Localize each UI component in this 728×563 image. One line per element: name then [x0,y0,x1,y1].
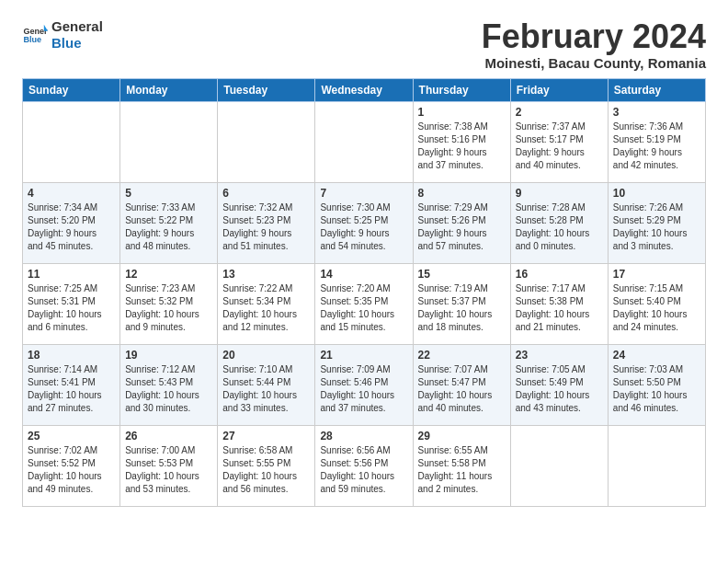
calendar-cell: 13Sunrise: 7:22 AM Sunset: 5:34 PM Dayli… [218,263,315,344]
calendar-cell: 4Sunrise: 7:34 AM Sunset: 5:20 PM Daylig… [23,182,120,263]
weekday-header-friday: Friday [510,78,608,101]
day-number: 27 [222,430,310,442]
day-number: 23 [516,349,603,362]
cell-text: Sunrise: 7:33 AM Sunset: 5:22 PM Dayligh… [125,201,212,253]
cell-text: Sunrise: 7:38 AM Sunset: 5:16 PM Dayligh… [418,121,506,172]
calendar-cell: 21Sunrise: 7:09 AM Sunset: 5:46 PM Dayli… [315,344,413,425]
day-number: 19 [125,349,212,362]
day-number: 1 [418,106,506,119]
calendar-cell: 9Sunrise: 7:28 AM Sunset: 5:28 PM Daylig… [510,182,608,263]
calendar-cell: 29Sunrise: 6:55 AM Sunset: 5:58 PM Dayli… [413,425,510,506]
cell-text: Sunrise: 7:28 AM Sunset: 5:28 PM Dayligh… [516,201,603,253]
cell-text: Sunrise: 6:56 AM Sunset: 5:56 PM Dayligh… [320,444,407,496]
calendar-subtitle: Moinesti, Bacau County, Romania [482,55,706,71]
calendar-cell: 27Sunrise: 6:58 AM Sunset: 5:55 PM Dayli… [218,425,315,506]
cell-text: Sunrise: 7:30 AM Sunset: 5:25 PM Dayligh… [320,201,407,253]
cell-text: Sunrise: 7:19 AM Sunset: 5:37 PM Dayligh… [418,282,506,334]
calendar-cell: 14Sunrise: 7:20 AM Sunset: 5:35 PM Dayli… [315,263,413,344]
calendar-cell: 15Sunrise: 7:19 AM Sunset: 5:37 PM Dayli… [413,263,510,344]
calendar-table: SundayMondayTuesdayWednesdayThursdayFrid… [22,78,706,507]
weekday-header-tuesday: Tuesday [218,78,315,101]
week-row-3: 11Sunrise: 7:25 AM Sunset: 5:31 PM Dayli… [23,263,706,344]
title-area: February 2024 Moinesti, Bacau County, Ro… [482,18,706,71]
day-number: 7 [320,187,407,200]
calendar-cell: 26Sunrise: 7:00 AM Sunset: 5:53 PM Dayli… [120,425,218,506]
day-number: 28 [320,430,407,442]
cell-text: Sunrise: 7:26 AM Sunset: 5:29 PM Dayligh… [613,201,700,253]
day-number: 11 [28,268,115,281]
calendar-cell: 6Sunrise: 7:32 AM Sunset: 5:23 PM Daylig… [218,182,315,263]
calendar-cell: 19Sunrise: 7:12 AM Sunset: 5:43 PM Dayli… [120,344,218,425]
calendar-cell: 7Sunrise: 7:30 AM Sunset: 5:25 PM Daylig… [315,182,413,263]
logo-general-text: General [51,18,103,35]
cell-text: Sunrise: 7:09 AM Sunset: 5:46 PM Dayligh… [320,363,407,415]
day-number: 6 [222,187,310,200]
cell-text: Sunrise: 6:58 AM Sunset: 5:55 PM Dayligh… [222,444,310,496]
calendar-cell: 23Sunrise: 7:05 AM Sunset: 5:49 PM Dayli… [510,344,608,425]
weekday-header-row: SundayMondayTuesdayWednesdayThursdayFrid… [23,78,706,101]
calendar-cell: 17Sunrise: 7:15 AM Sunset: 5:40 PM Dayli… [608,263,705,344]
calendar-cell [120,101,218,182]
cell-text: Sunrise: 7:34 AM Sunset: 5:20 PM Dayligh… [28,201,115,253]
cell-text: Sunrise: 7:23 AM Sunset: 5:32 PM Dayligh… [125,282,212,334]
cell-text: Sunrise: 7:07 AM Sunset: 5:47 PM Dayligh… [418,363,506,415]
calendar-cell: 22Sunrise: 7:07 AM Sunset: 5:47 PM Dayli… [413,344,510,425]
calendar-cell: 11Sunrise: 7:25 AM Sunset: 5:31 PM Dayli… [23,263,120,344]
cell-text: Sunrise: 7:36 AM Sunset: 5:19 PM Dayligh… [613,121,700,172]
calendar-cell [510,425,608,506]
calendar-cell: 16Sunrise: 7:17 AM Sunset: 5:38 PM Dayli… [510,263,608,344]
day-number: 17 [613,268,700,281]
cell-text: Sunrise: 7:14 AM Sunset: 5:41 PM Dayligh… [28,363,115,415]
day-number: 22 [418,349,506,362]
day-number: 10 [613,187,700,200]
calendar-cell: 5Sunrise: 7:33 AM Sunset: 5:22 PM Daylig… [120,182,218,263]
cell-text: Sunrise: 7:05 AM Sunset: 5:49 PM Dayligh… [516,363,603,415]
day-number: 25 [28,430,115,442]
day-number: 26 [125,430,212,442]
week-row-1: 1Sunrise: 7:38 AM Sunset: 5:16 PM Daylig… [23,101,706,182]
week-row-5: 25Sunrise: 7:02 AM Sunset: 5:52 PM Dayli… [23,425,706,506]
cell-text: Sunrise: 7:25 AM Sunset: 5:31 PM Dayligh… [28,282,115,334]
calendar-cell: 24Sunrise: 7:03 AM Sunset: 5:50 PM Dayli… [608,344,705,425]
day-number: 5 [125,187,212,200]
cell-text: Sunrise: 7:32 AM Sunset: 5:23 PM Dayligh… [222,201,310,253]
cell-text: Sunrise: 7:20 AM Sunset: 5:35 PM Dayligh… [320,282,407,334]
calendar-title: February 2024 [482,18,706,55]
day-number: 3 [613,106,700,119]
calendar-cell: 18Sunrise: 7:14 AM Sunset: 5:41 PM Dayli… [23,344,120,425]
day-number: 4 [28,187,115,200]
day-number: 20 [222,349,310,362]
calendar-cell: 12Sunrise: 7:23 AM Sunset: 5:32 PM Dayli… [120,263,218,344]
day-number: 29 [418,430,506,442]
day-number: 15 [418,268,506,281]
calendar-cell: 28Sunrise: 6:56 AM Sunset: 5:56 PM Dayli… [315,425,413,506]
logo-icon: General Blue [22,22,48,48]
day-number: 13 [222,268,310,281]
cell-text: Sunrise: 7:12 AM Sunset: 5:43 PM Dayligh… [125,363,212,415]
day-number: 24 [613,349,700,362]
calendar-cell: 20Sunrise: 7:10 AM Sunset: 5:44 PM Dayli… [218,344,315,425]
day-number: 16 [516,268,603,281]
cell-text: Sunrise: 7:37 AM Sunset: 5:17 PM Dayligh… [516,121,603,172]
cell-text: Sunrise: 7:10 AM Sunset: 5:44 PM Dayligh… [222,363,310,415]
header: General Blue General Blue February 2024 … [22,18,706,71]
day-number: 9 [516,187,603,200]
week-row-2: 4Sunrise: 7:34 AM Sunset: 5:20 PM Daylig… [23,182,706,263]
weekday-header-sunday: Sunday [23,78,120,101]
day-number: 8 [418,187,506,200]
calendar-cell: 1Sunrise: 7:38 AM Sunset: 5:16 PM Daylig… [413,101,510,182]
calendar-cell [608,425,705,506]
day-number: 18 [28,349,115,362]
weekday-header-monday: Monday [120,78,218,101]
calendar-cell: 3Sunrise: 7:36 AM Sunset: 5:19 PM Daylig… [608,101,705,182]
cell-text: Sunrise: 7:00 AM Sunset: 5:53 PM Dayligh… [125,444,212,496]
calendar-cell [218,101,315,182]
logo-blue-text: Blue [51,35,103,52]
cell-text: Sunrise: 7:22 AM Sunset: 5:34 PM Dayligh… [222,282,310,334]
cell-text: Sunrise: 7:17 AM Sunset: 5:38 PM Dayligh… [516,282,603,334]
week-row-4: 18Sunrise: 7:14 AM Sunset: 5:41 PM Dayli… [23,344,706,425]
cell-text: Sunrise: 6:55 AM Sunset: 5:58 PM Dayligh… [418,444,506,496]
calendar-cell: 2Sunrise: 7:37 AM Sunset: 5:17 PM Daylig… [510,101,608,182]
cell-text: Sunrise: 7:02 AM Sunset: 5:52 PM Dayligh… [28,444,115,496]
calendar-cell: 10Sunrise: 7:26 AM Sunset: 5:29 PM Dayli… [608,182,705,263]
